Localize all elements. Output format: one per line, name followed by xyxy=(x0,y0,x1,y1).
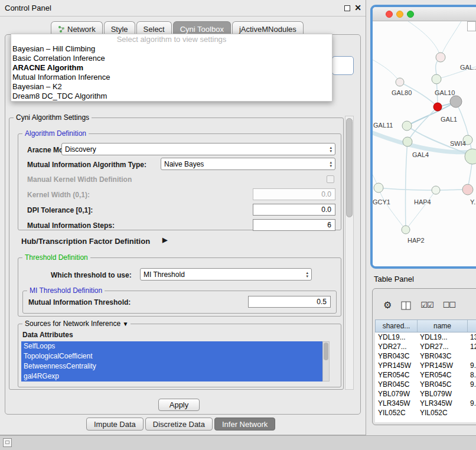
node-label: GAL1 xyxy=(441,116,457,123)
tab-select[interactable]: Select xyxy=(136,21,172,34)
algorithm-option[interactable]: Dream8 DC_TDC Algorithm xyxy=(11,92,332,101)
hub-section-label[interactable]: Hub/Transcription Factor Definition xyxy=(21,237,150,246)
hub-expand-triangle-icon[interactable]: ▶ xyxy=(162,236,167,244)
network-canvas[interactable]: GAL... GAL80 GAL10 GAL11 GAL1 SWI4 GAL4 … xyxy=(373,21,476,266)
float-panel-icon[interactable] xyxy=(344,5,350,11)
table-panel-title: Table Panel xyxy=(374,275,414,283)
node-gcy1[interactable] xyxy=(374,183,383,193)
control-panel: Control Panel ✕ Network Style Select Cyn… xyxy=(0,0,366,435)
dpi-tolerance-label: DPI Tolerance [0,1]: xyxy=(27,206,93,214)
algorithm-definition-title: Algorithm Definition xyxy=(22,129,89,138)
node-gal4[interactable] xyxy=(403,137,412,146)
zoom-window-icon[interactable] xyxy=(407,11,414,18)
cell: YIL052C xyxy=(375,409,417,417)
cell: YBR045C xyxy=(417,380,467,389)
table-row[interactable]: YDR27...YDR27...12 xyxy=(375,342,476,351)
attribute-item-selected[interactable]: SelfLoops xyxy=(21,341,322,351)
node-label: HAP2 xyxy=(407,237,425,244)
network-scrollbar-stub[interactable] xyxy=(467,21,476,31)
mi-type-select[interactable]: Naive Bayes ▴▾ xyxy=(161,158,335,170)
algorithm-option-selected[interactable]: ARACNE Algorithm xyxy=(11,63,332,73)
tab-cyni-toolbox[interactable]: Cyni Toolbox xyxy=(173,21,231,34)
which-threshold-select[interactable]: MI Threshold ▴▾ xyxy=(140,268,312,281)
cell: YDR27... xyxy=(417,343,467,351)
node-hap2[interactable] xyxy=(402,226,410,234)
which-threshold-label: Which threshold to use: xyxy=(51,271,132,279)
column-header-partial[interactable] xyxy=(468,320,476,332)
table-row[interactable]: YER054CYER054C8. xyxy=(375,370,476,380)
node-gal10-selected[interactable] xyxy=(433,103,442,111)
table-row[interactable]: YBL079WYBL079W xyxy=(375,389,476,399)
node[interactable] xyxy=(432,74,441,84)
deselect-all-icon[interactable]: ☐☐ xyxy=(443,301,455,310)
column-header-name[interactable]: name xyxy=(418,320,468,332)
select-all-icon[interactable]: ☑☑ xyxy=(420,301,433,310)
settings-scrollbar-thumb[interactable] xyxy=(346,118,353,217)
node[interactable] xyxy=(462,184,473,195)
cell: 13 xyxy=(467,333,476,341)
algorithm-option[interactable]: Basic Correlation Inference xyxy=(11,54,332,63)
control-panel-title: Control Panel xyxy=(5,4,51,12)
attribute-item-selected[interactable]: BetweennessCentrality xyxy=(21,361,322,371)
tab-discretize-data[interactable]: Discretize Data xyxy=(145,418,213,431)
attribute-item-selected[interactable]: gal4RGexp xyxy=(21,371,322,381)
cell: YBL079W xyxy=(375,390,417,398)
algorithm-action-button[interactable] xyxy=(332,56,354,75)
tab-infer-network[interactable]: Infer Network xyxy=(214,418,275,431)
settings-group-title: Cyni Algorithm Settings xyxy=(14,113,92,122)
table-row[interactable]: YDL19...YDL19...13 xyxy=(375,332,476,342)
tab-style[interactable]: Style xyxy=(104,21,135,34)
cell: YDR27... xyxy=(375,343,417,351)
node-gal11[interactable] xyxy=(402,121,412,131)
attribute-item-selected[interactable]: TopologicalCoefficient xyxy=(21,351,322,361)
network-view-window[interactable]: GAL... GAL80 GAL10 GAL11 GAL1 SWI4 GAL4 … xyxy=(370,5,476,269)
restore-panel-icon[interactable] xyxy=(3,438,12,447)
cell: YBR045C xyxy=(375,380,417,389)
node-hap4[interactable] xyxy=(432,186,440,194)
show-columns-icon[interactable] xyxy=(401,301,411,310)
node[interactable] xyxy=(436,53,445,62)
kernel-width-field[interactable]: 0.0 xyxy=(253,188,335,200)
attributes-scrollbar[interactable] xyxy=(322,341,330,381)
close-panel-icon[interactable]: ✕ xyxy=(354,3,361,12)
tab-select-label: Select xyxy=(144,25,165,34)
node-label: GAL10 xyxy=(435,89,455,96)
algorithm-option[interactable]: Mutual Information Inference xyxy=(11,73,332,82)
mi-steps-label: Mutual Information Steps: xyxy=(27,221,115,230)
network-window-titlebar xyxy=(373,7,476,21)
tab-network[interactable]: Network xyxy=(51,21,103,34)
table-row[interactable]: YBR045CYBR045C9. xyxy=(375,380,476,389)
attributes-scrollbar-thumb[interactable] xyxy=(324,343,328,360)
data-attributes-list: SelfLoops TopologicalCoefficient Between… xyxy=(21,341,322,381)
tab-jactivemnodules[interactable]: jActiveMNodules xyxy=(232,21,304,34)
table-row[interactable]: YLR345WYLR345W9. xyxy=(375,399,476,408)
node-gal80[interactable] xyxy=(396,78,404,86)
sources-group-title[interactable]: Sources for Network Inference ▼ xyxy=(22,319,131,328)
node-label: Y... xyxy=(470,198,476,206)
settings-scrollbar[interactable] xyxy=(345,116,354,390)
table-row[interactable]: YPR145WYPR145W9. xyxy=(375,361,476,370)
close-window-icon[interactable] xyxy=(386,11,393,18)
minimize-window-icon[interactable] xyxy=(396,11,403,18)
algorithm-option[interactable]: Bayesian – K2 xyxy=(11,82,332,92)
table-panel-window: ⚙ ☑☑ ☐☐ shared... name YDL19...YDL19...1… xyxy=(372,288,476,425)
aracne-mode-select[interactable]: Discovery ▴▾ xyxy=(61,143,335,155)
tab-impute-data[interactable]: Impute Data xyxy=(86,418,144,431)
table-row[interactable]: YBR043CYBR043C xyxy=(375,351,476,361)
which-threshold-value: MI Threshold xyxy=(144,270,185,279)
cell: YPR145W xyxy=(375,361,417,370)
table-row[interactable]: YIL052CYIL052C xyxy=(375,408,476,418)
node-label: SWI4 xyxy=(450,140,466,147)
column-header-shared[interactable]: shared... xyxy=(376,320,418,332)
algorithm-dropdown-list: Select algorithm to view settings Bayesi… xyxy=(11,34,332,102)
cell: 12 xyxy=(467,343,476,351)
gear-icon[interactable]: ⚙ xyxy=(383,301,392,310)
dropdown-placeholder: Select algorithm to view settings xyxy=(11,35,332,44)
manual-kernel-checkbox[interactable] xyxy=(327,175,334,183)
algorithm-option[interactable]: Bayesian – Hill Climbing xyxy=(11,44,332,54)
mi-threshold-field[interactable]: 0.5 xyxy=(248,296,331,308)
dpi-tolerance-field[interactable]: 0.0 xyxy=(253,204,335,216)
node-gal1[interactable] xyxy=(450,96,462,107)
mi-steps-field[interactable]: 6 xyxy=(253,219,335,231)
apply-button[interactable]: Apply xyxy=(158,399,200,411)
